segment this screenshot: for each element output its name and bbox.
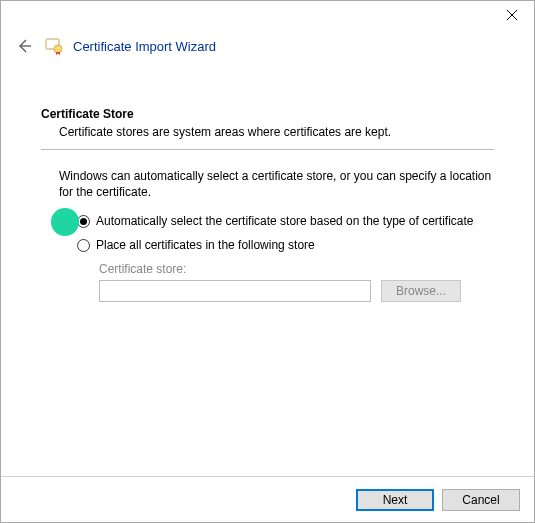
option-auto-label: Automatically select the certificate sto… — [96, 214, 474, 228]
option-manual-label: Place all certificates in the following … — [96, 238, 315, 252]
certificate-wizard-icon — [45, 37, 63, 55]
certificate-store-label: Certificate store: — [99, 262, 494, 276]
cancel-button[interactable]: Cancel — [442, 489, 520, 511]
arrow-left-icon — [16, 38, 32, 54]
certificate-store-subgroup: Certificate store: Browse... — [99, 262, 494, 302]
wizard-content: Certificate Store Certificate stores are… — [1, 57, 534, 302]
wizard-title: Certificate Import Wizard — [73, 39, 216, 54]
option-auto[interactable]: Automatically select the certificate sto… — [77, 214, 494, 228]
back-button[interactable] — [13, 35, 35, 57]
wizard-footer: Next Cancel — [1, 476, 534, 522]
certificate-store-input — [99, 280, 371, 302]
page-instruction: Windows can automatically select a certi… — [59, 168, 494, 200]
store-option-group: Automatically select the certificate sto… — [77, 214, 494, 302]
page-subheading: Certificate stores are system areas wher… — [59, 125, 494, 139]
close-icon — [507, 10, 517, 20]
highlight-marker — [51, 208, 79, 236]
wizard-header: Certificate Import Wizard — [1, 31, 534, 57]
option-manual[interactable]: Place all certificates in the following … — [77, 238, 494, 252]
close-button[interactable] — [489, 1, 534, 29]
browse-button: Browse... — [381, 280, 461, 302]
divider — [41, 149, 494, 150]
radio-manual[interactable] — [77, 239, 90, 252]
title-bar — [1, 1, 534, 31]
page-heading: Certificate Store — [41, 107, 494, 121]
next-button[interactable]: Next — [356, 489, 434, 511]
svg-point-4 — [54, 45, 62, 53]
